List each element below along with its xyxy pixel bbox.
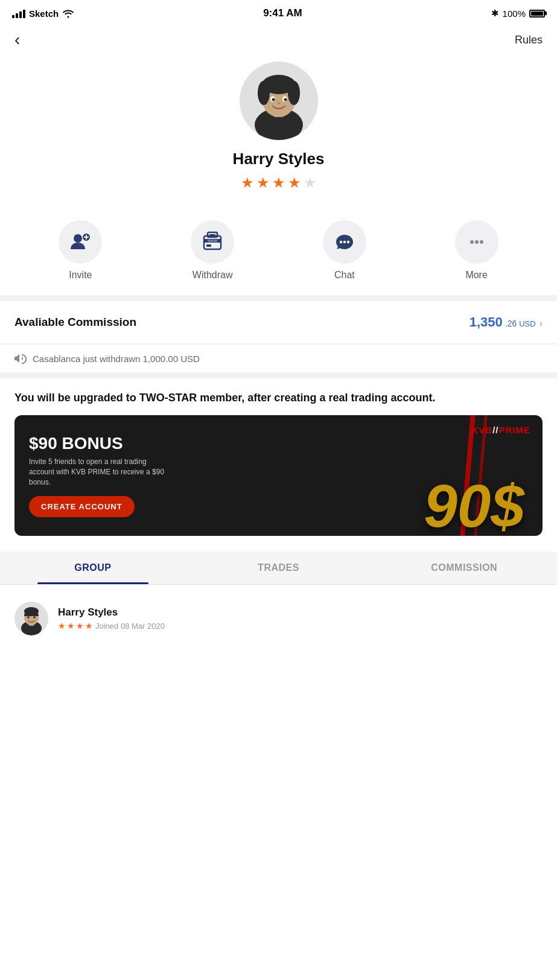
tabs-section: GROUP TRADES COMMISSION Harry S <box>0 552 557 652</box>
banner-brand: KVB//PRIME <box>471 425 530 435</box>
svg-point-9 <box>272 98 275 101</box>
star-2: ★ <box>256 174 270 191</box>
profile-section: Harry Styles ★ ★ ★ ★ ★ <box>0 62 557 208</box>
speaker-icon <box>14 353 27 364</box>
avatar <box>240 62 318 140</box>
list-item-avatar <box>14 602 48 635</box>
chat-label: Chat <box>334 270 355 281</box>
commission-amount: 1,350 <box>469 314 503 330</box>
chevron-right-icon: › <box>539 318 543 329</box>
commission-label: Avaliable Commission <box>14 316 136 329</box>
more-icon <box>466 231 488 253</box>
svg-rect-17 <box>206 244 211 247</box>
invite-icon <box>69 231 91 253</box>
withdraw-icon <box>202 231 223 253</box>
banner-description: Invite 5 friends to open a real trading … <box>29 457 174 487</box>
status-left: Sketch <box>12 8 74 19</box>
bluetooth-icon: ✱ <box>491 8 499 19</box>
invite-button[interactable]: Invite <box>50 220 110 281</box>
svg-point-32 <box>27 616 30 619</box>
tab-commission[interactable]: COMMISSION <box>371 552 557 584</box>
chat-button[interactable]: Chat <box>314 220 375 281</box>
tab-group[interactable]: GROUP <box>0 552 186 584</box>
banner-content-left: KVB//PRIME $90 BONUS Invite 5 friends to… <box>14 422 543 529</box>
withdraw-icon-circle <box>191 220 234 264</box>
commission-currency: USD <box>519 319 535 328</box>
carrier-label: Sketch <box>29 8 59 19</box>
svg-point-22 <box>343 241 346 243</box>
svg-rect-19 <box>209 234 215 237</box>
notification-bar: Casablanca just withdrawn 1,000.00 USD <box>0 344 557 372</box>
svg-point-11 <box>74 234 82 243</box>
commission-row: Avaliable Commission 1,350 .26 USD › <box>14 314 543 330</box>
chat-icon <box>334 231 355 253</box>
action-buttons-row: Invite Withdraw Chat <box>0 208 557 295</box>
rules-button[interactable]: Rules <box>515 34 543 46</box>
signal-bars-icon <box>12 8 25 18</box>
section-divider <box>0 295 557 301</box>
withdraw-label: Withdraw <box>193 270 233 281</box>
list-star-2: ★ <box>67 621 75 631</box>
commission-decimal: .26 <box>505 319 517 328</box>
star-5: ★ <box>304 174 317 191</box>
more-button[interactable]: More <box>447 220 507 281</box>
tab-trades[interactable]: TRADES <box>186 552 372 584</box>
svg-point-10 <box>284 98 287 101</box>
status-bar: Sketch 9:41 AM ✱ 100% <box>0 0 557 24</box>
list-item-stars: ★ ★ ★ ★ <box>58 621 93 631</box>
svg-point-23 <box>347 241 349 243</box>
bonus-banner: KVB//PRIME $90 BONUS Invite 5 friends to… <box>14 415 543 536</box>
list-star-4: ★ <box>85 621 93 631</box>
list-item-info: Harry Styles ★ ★ ★ ★ Joined 08 Mar 2020 <box>58 606 543 631</box>
star-1: ★ <box>241 174 254 191</box>
upgrade-section: You will be upgraded to TWO-STAR member,… <box>0 378 557 546</box>
status-right: ✱ 100% <box>491 8 545 19</box>
commission-section: Avaliable Commission 1,350 .26 USD › <box>0 301 557 344</box>
more-icon-circle <box>455 220 498 264</box>
list-item-joined: Joined 08 Mar 2020 <box>95 622 165 631</box>
svg-point-6 <box>288 81 300 105</box>
list-star-3: ★ <box>76 621 84 631</box>
chat-icon-circle <box>323 220 366 264</box>
star-3: ★ <box>272 174 285 191</box>
group-list: Harry Styles ★ ★ ★ ★ Joined 08 Mar 2020 <box>0 585 557 652</box>
notification-text: Casablanca just withdrawn 1,000.00 USD <box>33 354 200 364</box>
list-item-name: Harry Styles <box>58 606 543 619</box>
page-header: ‹ Rules <box>0 24 557 62</box>
list-item: Harry Styles ★ ★ ★ ★ Joined 08 Mar 2020 <box>14 594 543 643</box>
star-4: ★ <box>288 174 301 191</box>
avatar-image <box>240 62 318 140</box>
invite-label: Invite <box>69 270 92 281</box>
svg-point-25 <box>475 240 479 244</box>
wifi-icon <box>62 8 74 18</box>
svg-point-5 <box>258 81 270 105</box>
svg-point-21 <box>340 241 342 243</box>
commission-value[interactable]: 1,350 .26 USD › <box>469 314 543 330</box>
profile-stars: ★ ★ ★ ★ ★ <box>241 174 317 191</box>
withdraw-button[interactable]: Withdraw <box>182 220 243 281</box>
banner-title: $90 BONUS <box>29 434 528 453</box>
invite-icon-circle <box>59 220 102 264</box>
list-star-1: ★ <box>58 621 66 631</box>
back-button[interactable]: ‹ <box>14 30 20 49</box>
svg-rect-20 <box>208 240 217 242</box>
status-time: 9:41 AM <box>263 7 302 19</box>
more-label: More <box>465 270 487 281</box>
list-item-sub: ★ ★ ★ ★ Joined 08 Mar 2020 <box>58 621 543 631</box>
tabs-bar: GROUP TRADES COMMISSION <box>0 552 557 585</box>
battery-percent: 100% <box>503 8 526 19</box>
profile-name: Harry Styles <box>233 150 325 168</box>
create-account-button[interactable]: CREATE ACCOUNT <box>29 496 135 517</box>
svg-point-24 <box>470 240 474 244</box>
section-divider-2 <box>0 372 557 378</box>
battery-icon <box>529 10 545 18</box>
upgrade-text: You will be upgraded to TWO-STAR member,… <box>14 390 543 406</box>
svg-point-33 <box>33 616 36 619</box>
svg-point-26 <box>480 240 483 244</box>
